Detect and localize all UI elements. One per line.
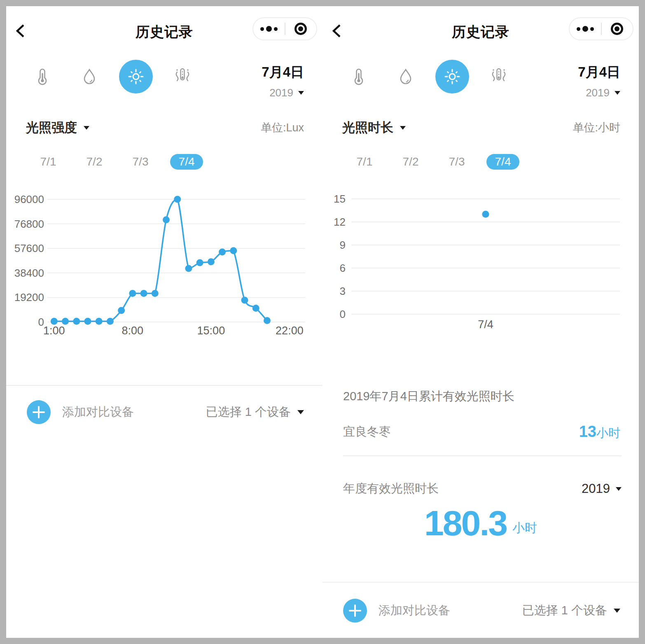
svg-text:15:00: 15:00 [197,324,225,337]
annual-total-number: 180.3 [424,505,507,541]
svg-text:19200: 19200 [14,291,44,303]
date-label: 7月4日 [578,63,620,82]
date-block: 7月4日 2019 [578,63,620,99]
target-icon [611,23,623,35]
thermometer-icon [350,68,368,86]
sensor-tab-soil[interactable] [490,68,508,86]
wechat-capsule [252,17,317,40]
year-dropdown[interactable]: 2019 [578,86,620,99]
compare-footer: 添加对比设备 已选择 1 个设备 [322,595,639,626]
day-tab-7-2[interactable]: 7/2 [71,154,117,170]
svg-text:0: 0 [340,308,346,320]
dual-screens: 历史记录 [6,6,639,638]
caret-down-icon [615,91,620,95]
day-tab-7-1[interactable]: 7/1 [341,154,388,170]
device-value-unit: 小时 [596,425,620,441]
light-intensity-chart: 019200384005760076800960001:008:0015:002… [6,183,322,344]
annual-total: 180.3 小时 [322,505,639,541]
sensor-tab-humidity[interactable] [80,68,98,86]
annual-label: 年度有效光照时长 [343,481,439,497]
more-dots-icon [260,26,278,32]
divider [6,385,322,386]
soil-probe-icon [490,68,508,86]
sensor-tab-soil[interactable] [173,68,192,86]
daily-summary-title: 2019年7月4日累计有效光照时长 [343,388,620,405]
screenshot-frame: 历史记录 [0,0,645,644]
svg-text:1:00: 1:00 [43,324,65,337]
date-label: 7月4日 [262,63,304,82]
svg-text:76800: 76800 [14,218,44,230]
sensor-tab-light-selected[interactable] [119,60,153,93]
metric-label: 光照时长 [342,119,393,136]
day-tab-7-4-selected[interactable]: 7/4 [480,154,526,170]
metric-dropdown[interactable]: 光照时长 [342,119,406,136]
caret-down-icon [616,487,622,491]
sensor-tab-light-selected[interactable] [435,60,469,93]
svg-text:15: 15 [334,193,346,205]
annual-row: 年度有效光照时长 2019 [343,478,622,499]
right-panel: 历史记录 [322,6,639,638]
target-icon [294,23,307,35]
unit-label: 单位:小时 [573,120,620,135]
caret-down-icon [298,91,304,95]
day-tab-7-1[interactable]: 7/1 [25,154,71,170]
selected-devices-label: 已选择 1 个设备 [206,404,291,420]
thermometer-icon [33,68,51,86]
left-panel: 历史记录 [6,6,322,638]
svg-text:38400: 38400 [14,267,44,279]
more-menu-button[interactable] [253,18,285,40]
divider [322,582,639,583]
caret-down-icon [614,609,620,613]
selected-devices-dropdown[interactable]: 已选择 1 个设备 [522,602,620,619]
device-summary-row: 宜良冬枣 13 小时 [343,421,620,443]
svg-text:3: 3 [340,285,346,297]
capsule-home-button[interactable] [285,18,317,40]
selected-devices-label: 已选择 1 个设备 [522,602,607,619]
metric-row: 光照强度 单位:Lux [26,118,304,137]
sun-icon [127,68,145,86]
water-drop-icon [397,68,415,86]
caret-down-icon [297,410,304,414]
annual-year-label: 2019 [582,481,610,496]
annual-year-dropdown[interactable]: 2019 [582,481,622,496]
water-drop-icon [80,68,98,86]
light-duration-chart: 036912157/4 [322,183,639,344]
add-device-label: 添加对比设备 [62,404,134,420]
device-name: 宜良冬枣 [343,424,391,440]
day-tab-7-3[interactable]: 7/3 [434,154,480,170]
add-device-label: 添加对比设备 [379,602,450,619]
compare-footer: 添加对比设备 已选择 1 个设备 [6,397,322,428]
day-tab-7-2[interactable]: 7/2 [388,154,434,170]
day-tab-7-3[interactable]: 7/3 [117,154,164,170]
day-tabs: 7/1 7/2 7/3 7/4 [25,154,210,170]
sensor-tab-humidity[interactable] [397,68,415,86]
year-label: 2019 [586,86,610,99]
day-tab-7-4-selected[interactable]: 7/4 [164,154,210,170]
svg-text:57600: 57600 [14,242,44,254]
svg-text:9: 9 [340,239,346,251]
add-device-button[interactable] [343,599,367,623]
device-value-number: 13 [579,423,596,441]
svg-text:96000: 96000 [14,193,44,205]
caret-down-icon [400,126,406,130]
unit-label: 单位:Lux [261,120,304,135]
more-menu-button[interactable] [570,18,601,40]
svg-text:12: 12 [334,216,346,228]
caret-down-icon [84,126,89,130]
metric-row: 光照时长 单位:小时 [342,118,620,137]
selected-devices-dropdown[interactable]: 已选择 1 个设备 [206,404,304,420]
capsule-home-button[interactable] [602,18,633,40]
soil-probe-icon [173,68,192,86]
year-dropdown[interactable]: 2019 [262,86,304,99]
divider [343,455,622,456]
wechat-capsule [569,17,633,40]
svg-text:6: 6 [340,262,346,274]
add-device-button[interactable] [27,400,51,424]
sun-icon [443,68,461,86]
device-value: 13 小时 [579,423,620,441]
sensor-tab-temperature[interactable] [33,68,51,86]
sensor-tab-temperature[interactable] [350,68,368,86]
svg-text:8:00: 8:00 [122,324,144,337]
metric-dropdown[interactable]: 光照强度 [26,119,89,136]
day-tabs: 7/1 7/2 7/3 7/4 [341,154,526,170]
